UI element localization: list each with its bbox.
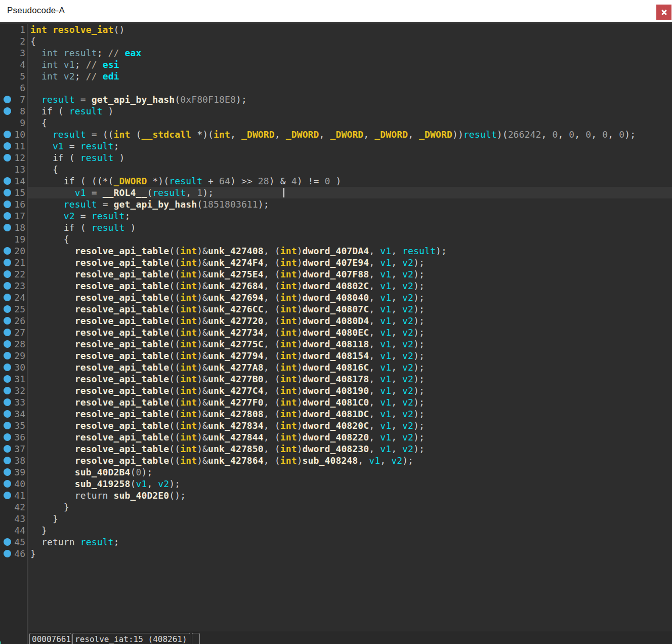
code-line-18[interactable]: 18 if ( result ) bbox=[0, 222, 672, 233]
code-line-24[interactable]: 24 resolve_api_table((int)&unk_427694, (… bbox=[0, 292, 672, 303]
code-text: result = ((int (__stdcall *)(int, _DWORD… bbox=[30, 129, 636, 140]
pseudocode-window: {"window": {"title": "Pseudocode-A", "cl… bbox=[0, 0, 672, 644]
line-number: 30 bbox=[0, 361, 25, 373]
code-line-13[interactable]: 13 { bbox=[0, 164, 672, 175]
status-position-box: resolve_iat:15 (408261) bbox=[72, 633, 190, 644]
code-text: resolve_api_table((int)&unk_4277F0, (int… bbox=[30, 396, 425, 408]
code-line-39[interactable]: 39 sub_40D2B4(0); bbox=[0, 466, 672, 478]
code-text: resolve_api_table((int)&unk_4277C4, (int… bbox=[30, 385, 425, 396]
code-line-14[interactable]: 14 if ( ((*(_DWORD *)(result + 64) >> 28… bbox=[0, 175, 672, 187]
code-line-4[interactable]: 4 int v1; // esi bbox=[0, 59, 672, 70]
code-line-26[interactable]: 26 resolve_api_table((int)&unk_427720, (… bbox=[0, 315, 672, 327]
titlebar: Pseudocode-A bbox=[0, 0, 672, 22]
line-number: 29 bbox=[0, 350, 25, 361]
code-line-23[interactable]: 23 resolve_api_table((int)&unk_427684, (… bbox=[0, 280, 672, 292]
code-text: result = get_api_by_hash(1851803611); bbox=[30, 198, 269, 210]
code-text: resolve_api_table((int)&unk_427834, (int… bbox=[30, 420, 425, 431]
code-line-9[interactable]: 9 { bbox=[0, 117, 672, 129]
line-number: 13 bbox=[0, 164, 25, 175]
code-line-31[interactable]: 31 resolve_api_table((int)&unk_4277B0, (… bbox=[0, 373, 672, 385]
line-number: 12 bbox=[0, 152, 25, 164]
line-number: 22 bbox=[0, 268, 25, 280]
code-line-6[interactable]: 6 bbox=[0, 82, 672, 94]
code-line-44[interactable]: 44 } bbox=[0, 525, 672, 536]
code-text: resolve_api_table((int)&unk_427694, (int… bbox=[30, 292, 425, 303]
code-line-25[interactable]: 25 resolve_api_table((int)&unk_4276CC, (… bbox=[0, 303, 672, 315]
line-number: 8 bbox=[0, 105, 25, 117]
code-line-37[interactable]: 37 resolve_api_table((int)&unk_427850, (… bbox=[0, 443, 672, 455]
code-line-43[interactable]: 43 } bbox=[0, 513, 672, 525]
code-line-22[interactable]: 22 resolve_api_table((int)&unk_4275E4, (… bbox=[0, 268, 672, 280]
line-number: 33 bbox=[0, 396, 25, 408]
code-line-21[interactable]: 21 resolve_api_table((int)&unk_4274F4, (… bbox=[0, 257, 672, 268]
code-line-45[interactable]: 45 return result; bbox=[0, 536, 672, 548]
code-line-15[interactable]: 15 v1 = __ROL4__(result, 1); bbox=[0, 187, 672, 198]
code-line-41[interactable]: 41 return sub_40D2E0(); bbox=[0, 490, 672, 501]
code-line-7[interactable]: 7 result = get_api_by_hash(0xF80F18E8); bbox=[0, 94, 672, 105]
code-line-5[interactable]: 5 int v2; // edi bbox=[0, 70, 672, 82]
line-number: 28 bbox=[0, 338, 25, 350]
code-text: sub_40D2B4(0); bbox=[30, 466, 152, 478]
line-number: 42 bbox=[0, 501, 25, 513]
text-cursor bbox=[283, 188, 284, 197]
line-number: 32 bbox=[0, 385, 25, 396]
line-number: 44 bbox=[0, 525, 25, 536]
code-line-8[interactable]: 8 if ( result ) bbox=[0, 105, 672, 117]
code-line-17[interactable]: 17 v2 = result; bbox=[0, 210, 672, 222]
line-number: 27 bbox=[0, 327, 25, 338]
line-number: 11 bbox=[0, 140, 25, 152]
line-number: 31 bbox=[0, 373, 25, 385]
code-line-28[interactable]: 28 resolve_api_table((int)&unk_42775C, (… bbox=[0, 338, 672, 350]
code-line-3[interactable]: 3 int result; // eax bbox=[0, 47, 672, 59]
code-line-46[interactable]: 46} bbox=[0, 548, 672, 559]
code-line-12[interactable]: 12 if ( result ) bbox=[0, 152, 672, 164]
code-line-10[interactable]: 10 result = ((int (__stdcall *)(int, _DW… bbox=[0, 129, 672, 140]
code-line-11[interactable]: 11 v1 = result; bbox=[0, 140, 672, 152]
line-number: 39 bbox=[0, 466, 25, 478]
code-line-20[interactable]: 20 resolve_api_table((int)&unk_427408, (… bbox=[0, 245, 672, 257]
code-line-30[interactable]: 30 resolve_api_table((int)&unk_4277A8, (… bbox=[0, 361, 672, 373]
line-number: 17 bbox=[0, 210, 25, 222]
code-text: resolve_api_table((int)&unk_427408, (int… bbox=[30, 245, 447, 257]
code-text: { bbox=[30, 164, 58, 175]
close-button[interactable] bbox=[656, 5, 671, 20]
code-line-35[interactable]: 35 resolve_api_table((int)&unk_427834, (… bbox=[0, 420, 672, 431]
code-line-36[interactable]: 36 resolve_api_table((int)&unk_427844, (… bbox=[0, 431, 672, 443]
status-address-box: 00007661 bbox=[29, 633, 71, 644]
code-line-38[interactable]: 38 resolve_api_table((int)&unk_427864, (… bbox=[0, 455, 672, 466]
code-line-16[interactable]: 16 result = get_api_by_hash(1851803611); bbox=[0, 198, 672, 210]
code-line-40[interactable]: 40 sub_419258(v1, v2); bbox=[0, 478, 672, 490]
line-number: 19 bbox=[0, 233, 25, 245]
line-number: 21 bbox=[0, 257, 25, 268]
line-number: 5 bbox=[0, 70, 25, 82]
code-text: } bbox=[30, 548, 36, 559]
close-icon bbox=[661, 9, 667, 16]
code-line-29[interactable]: 29 resolve_api_table((int)&unk_427794, (… bbox=[0, 350, 672, 361]
code-text: resolve_api_table((int)&unk_427684, (int… bbox=[30, 280, 425, 292]
code-line-2[interactable]: 2{ bbox=[0, 35, 672, 47]
line-number: 7 bbox=[0, 94, 25, 105]
code-text: resolve_api_table((int)&unk_4274F4, (int… bbox=[30, 257, 425, 268]
line-number: 14 bbox=[0, 175, 25, 187]
pseudocode-view[interactable]: 1int resolve_iat()2{3 int result; // eax… bbox=[0, 22, 672, 644]
line-number: 3 bbox=[0, 47, 25, 59]
code-line-33[interactable]: 33 resolve_api_table((int)&unk_4277F0, (… bbox=[0, 396, 672, 408]
code-text: resolve_api_table((int)&unk_427720, (int… bbox=[30, 315, 425, 327]
line-number: 20 bbox=[0, 245, 25, 257]
code-line-27[interactable]: 27 resolve_api_table((int)&unk_427734, (… bbox=[0, 327, 672, 338]
code-line-19[interactable]: 19 { bbox=[0, 233, 672, 245]
code-text: v2 = result; bbox=[30, 210, 131, 222]
code-text: v1 = __ROL4__(result, 1); bbox=[30, 187, 214, 198]
code-line-1[interactable]: 1int resolve_iat() bbox=[0, 24, 672, 35]
code-line-32[interactable]: 32 resolve_api_table((int)&unk_4277C4, (… bbox=[0, 385, 672, 396]
code-line-42[interactable]: 42 } bbox=[0, 501, 672, 513]
code-text: v1 = result; bbox=[30, 140, 119, 152]
code-line-34[interactable]: 34 resolve_api_table((int)&unk_427808, (… bbox=[0, 408, 672, 420]
code-text: resolve_api_table((int)&unk_427794, (int… bbox=[30, 350, 425, 361]
code-text: } bbox=[30, 501, 69, 513]
code-text: return sub_40D2E0(); bbox=[30, 490, 186, 501]
line-number: 9 bbox=[0, 117, 25, 129]
corner-activity-indicator bbox=[0, 641, 1, 644]
code-text: resolve_api_table((int)&unk_427734, (int… bbox=[30, 327, 425, 338]
line-number: 23 bbox=[0, 280, 25, 292]
